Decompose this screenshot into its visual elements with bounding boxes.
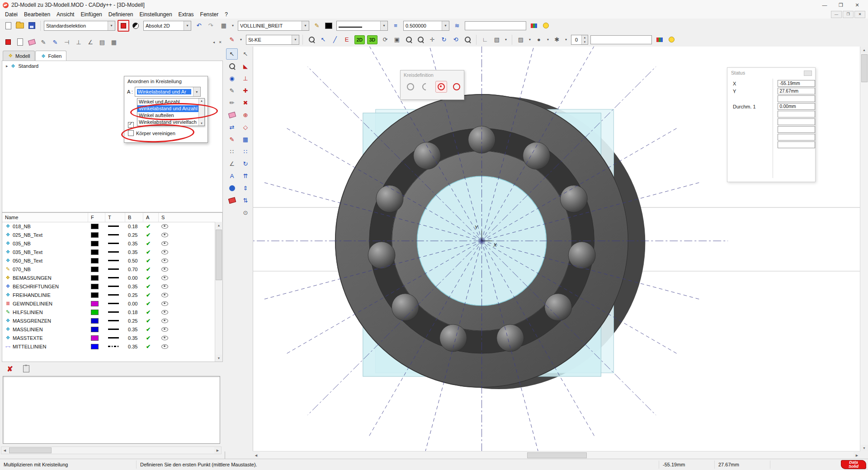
render-sphere-icon[interactable]: ◉ <box>226 73 238 84</box>
layer-row[interactable]: ❖BEMASSUNGEN0.00✔ <box>2 273 215 282</box>
color-swatch[interactable] <box>91 335 99 341</box>
grid-snap-icon[interactable]: ▦ <box>218 20 229 31</box>
fit-view-icon[interactable]: ▣ <box>392 34 402 45</box>
visibility-eye-icon[interactable] <box>161 319 168 323</box>
color-swatch[interactable] <box>91 327 99 332</box>
scroll-left-icon[interactable]: ◀ <box>1 447 8 454</box>
copy-sheet-icon[interactable] <box>14 37 25 47</box>
color-swatch[interactable] <box>91 241 99 246</box>
status-field[interactable] <box>778 126 815 133</box>
circle-dropdown-arrow-icon[interactable]: ▾ <box>545 34 551 45</box>
linetype-sample[interactable] <box>108 251 119 253</box>
chevron-down-icon[interactable]: ▾ <box>292 35 299 44</box>
layer-row[interactable]: ≣GEWINDELINIEN0.00✔ <box>2 299 215 308</box>
point-grid-icon[interactable]: ∷ <box>226 146 238 157</box>
value-input[interactable] <box>590 35 652 44</box>
visibility-eye-icon[interactable] <box>161 276 168 280</box>
layer-row[interactable]: ❖035_NB_Text0.35✔ <box>2 248 215 256</box>
regen-icon[interactable]: ⟲ <box>450 34 461 45</box>
tab-folien[interactable]: ❖ Folien <box>35 51 66 61</box>
layer-row[interactable]: ❖MASSGRENZEN0.25✔ <box>2 316 215 325</box>
corner-icon[interactable]: ∟ <box>480 34 491 45</box>
linetype-sample[interactable] <box>108 234 119 235</box>
status-field[interactable] <box>778 111 815 118</box>
move-up-icon[interactable]: ⇈ <box>240 170 251 182</box>
minimize-button[interactable]: — <box>816 0 833 9</box>
zoom-window-icon[interactable] <box>462 34 473 45</box>
layer-row[interactable]: ❖025_NB_Text0.25✔ <box>2 230 215 239</box>
active-check-icon[interactable]: ✔ <box>143 335 159 341</box>
visibility-eye-icon[interactable] <box>161 267 168 272</box>
visibility-eye-icon[interactable] <box>161 258 168 263</box>
element-icon[interactable]: E <box>341 34 352 45</box>
col-a[interactable]: A <box>143 213 159 222</box>
value-input[interactable] <box>465 21 526 30</box>
menu-fenster[interactable]: Fenster <box>197 10 222 19</box>
snap-vertical-icon[interactable]: ⇅ <box>240 195 251 206</box>
linestyle-combo[interactable]: ▾ <box>336 21 388 31</box>
info-icon[interactable] <box>226 183 238 194</box>
close-button[interactable]: ✕ <box>849 0 865 9</box>
chevron-down-icon[interactable]: ▾ <box>108 21 115 30</box>
measure-y-icon[interactable]: ⊥ <box>73 37 84 47</box>
menu-extras[interactable]: Extras <box>175 10 197 19</box>
scroll-thumb[interactable] <box>527 452 587 458</box>
linetype-sample[interactable] <box>108 303 119 304</box>
visibility-eye-icon[interactable] <box>161 224 168 229</box>
dropdown-option-3[interactable]: Winkel aufteilen <box>137 112 198 119</box>
canvas-vscrollbar[interactable]: ▲ ▼ <box>860 47 868 451</box>
scroll-down-icon[interactable]: ▼ <box>199 121 204 126</box>
stretch-icon[interactable]: ⇕ <box>240 183 251 194</box>
dropdown-option-4[interactable]: Winkelabstand vervielfach <box>137 119 198 126</box>
dropdown-option-2[interactable]: Winkelabstand und Anzahl <box>137 105 198 112</box>
pencil-icon[interactable]: ✎ <box>38 37 49 47</box>
status-field[interactable] <box>778 118 815 125</box>
draw-color-icon[interactable]: ✎ <box>226 34 237 45</box>
palette-icon[interactable] <box>654 34 665 45</box>
layer-row[interactable]: -·-MITTELLINIEN0.35✔ <box>2 342 215 351</box>
rotate-icon[interactable]: ↻ <box>240 158 251 169</box>
zoom-select-icon[interactable] <box>306 34 317 45</box>
color-swatch[interactable] <box>91 232 99 238</box>
scroll-down-icon[interactable]: ▼ <box>860 445 868 451</box>
apply-width-icon[interactable]: ≋ <box>452 20 462 31</box>
checkbox-icon[interactable] <box>128 122 134 128</box>
snap-quadrant-icon[interactable]: ◇ <box>240 122 251 133</box>
pan-icon[interactable]: ✛ <box>427 34 438 45</box>
visibility-eye-icon[interactable] <box>161 284 168 289</box>
mdi-restore-button[interactable]: ❐ <box>843 11 854 18</box>
array-mode-combo[interactable]: Winkelabstand und Ar ▾ <box>135 87 201 97</box>
measure-icon[interactable]: ∠ <box>226 158 238 169</box>
visibility-eye-icon[interactable] <box>161 233 168 237</box>
color-swatch[interactable] <box>91 310 99 315</box>
zoom-icon[interactable] <box>226 61 238 72</box>
color-swatch[interactable] <box>91 318 99 324</box>
scroll-up-icon[interactable]: ▲ <box>215 222 222 229</box>
scroll-up-icon[interactable]: ▲ <box>199 99 204 103</box>
layer-row[interactable]: ❖BESCHRIFTUNGEN0.35✔ <box>2 282 215 291</box>
linetype-sample[interactable] <box>108 320 119 321</box>
menu-definieren[interactable]: Definieren <box>105 10 137 19</box>
pick-point-icon[interactable]: ↖ <box>318 34 329 45</box>
redo-icon[interactable]: ↷ <box>205 20 216 31</box>
checkbox-icon[interactable] <box>128 130 134 136</box>
active-check-icon[interactable]: ✔ <box>143 275 159 281</box>
panel-grip[interactable] <box>804 70 812 76</box>
col-b[interactable]: B <box>125 213 143 222</box>
linetype-sample[interactable] <box>108 337 119 338</box>
col-f[interactable]: F <box>88 213 105 222</box>
active-check-icon[interactable]: ✔ <box>143 249 159 255</box>
selection-mode-combo[interactable]: Standardselektion ▾ <box>44 21 115 31</box>
layer-row[interactable]: ❖MASSTEXTE0.35✔ <box>2 334 215 342</box>
view-3d-button[interactable]: 3D <box>367 35 377 44</box>
color-swatch[interactable] <box>91 224 99 229</box>
visibility-eye-icon[interactable] <box>161 301 168 306</box>
sphere-mode-icon[interactable] <box>130 20 141 31</box>
circle-style-icon[interactable]: ● <box>533 34 544 45</box>
linetype-sample[interactable] <box>108 294 119 296</box>
palette-icon[interactable] <box>528 20 539 31</box>
visibility-eye-icon[interactable] <box>161 250 168 254</box>
snap-delete-icon[interactable]: ✖ <box>240 97 251 108</box>
color-swatch[interactable] <box>91 344 99 349</box>
coordinate-mode-combo[interactable]: Absolut 2D ▾ <box>143 21 191 31</box>
